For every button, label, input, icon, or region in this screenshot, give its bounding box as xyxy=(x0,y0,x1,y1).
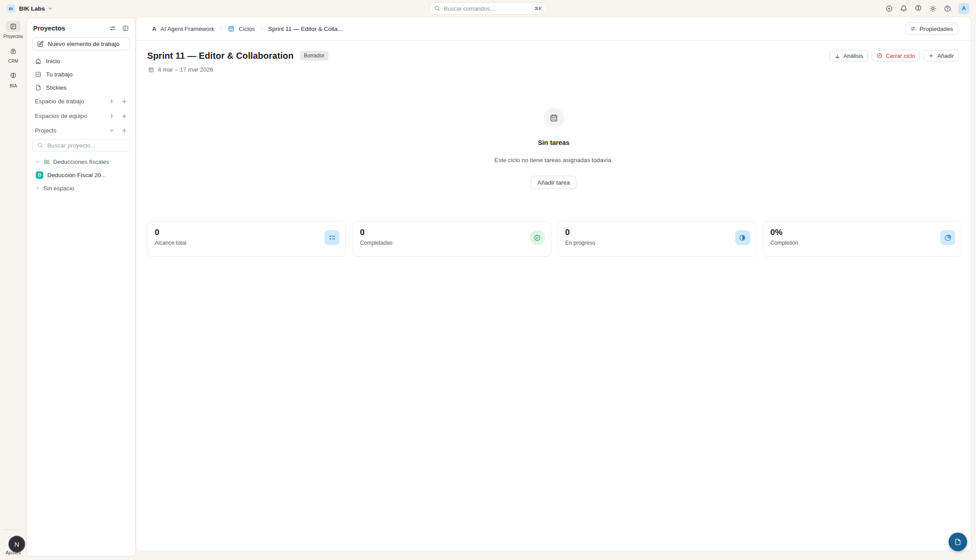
sliders-icon xyxy=(910,26,916,32)
project-group-deducciones[interactable]: Deducciones fiscales xyxy=(32,155,130,168)
command-search[interactable]: ⌘K xyxy=(429,2,547,15)
breadcrumb-project-logo[interactable]: A xyxy=(152,26,156,32)
project-search-input[interactable] xyxy=(47,142,125,149)
stat-card-completadas: 0 Completadas xyxy=(352,221,551,257)
rail-item-proyectos[interactable]: Proyectos xyxy=(4,21,23,39)
breadcrumb: A AI Agent Framework Ciclos Sprint 11 — … xyxy=(136,17,971,40)
close-cycle-button[interactable]: Cerrar ciclo xyxy=(872,50,920,61)
calendar-icon xyxy=(549,114,558,122)
breadcrumb-project[interactable]: AI Agent Framework xyxy=(160,26,214,32)
document-icon xyxy=(954,538,962,546)
notifications-bell-icon[interactable] xyxy=(900,5,907,12)
project-search[interactable] xyxy=(32,139,130,151)
money-icon xyxy=(43,159,50,165)
sidebar-header: Proyectos xyxy=(32,22,130,34)
rail-divider xyxy=(4,530,23,530)
pie-chart-icon xyxy=(944,234,952,242)
collapse-panel-icon[interactable] xyxy=(122,25,129,32)
sidebar-item-tu-trabajo[interactable]: Tu trabajo xyxy=(32,68,130,81)
sidebar-item-stickies[interactable]: Stickies xyxy=(32,81,130,94)
bia-brain-icon[interactable] xyxy=(915,5,922,12)
chevron-right-icon[interactable] xyxy=(109,113,114,119)
plus-icon xyxy=(928,53,934,59)
user-menu-bubble[interactable]: N xyxy=(8,536,25,552)
check-circle-icon xyxy=(534,234,541,242)
calendar-icon xyxy=(148,67,154,73)
cycle-title: Sprint 11 — Editor & Collaboration xyxy=(147,51,294,61)
section-espacio-de-trabajo[interactable]: Espacio de trabajo xyxy=(32,94,130,109)
new-work-item-button[interactable]: Nuevo elemento de trabajo xyxy=(32,37,130,50)
search-icon xyxy=(434,5,440,11)
command-search-input[interactable] xyxy=(444,5,528,12)
add-icon[interactable] xyxy=(121,113,127,119)
empty-state-calendar-badge xyxy=(544,108,564,128)
stat-card-completion: 0% Completión xyxy=(763,221,961,257)
half-circle-icon xyxy=(739,234,746,242)
user-avatar[interactable]: A xyxy=(958,3,969,14)
chevron-down-icon[interactable] xyxy=(47,6,53,11)
x-circle-icon xyxy=(877,53,883,59)
empty-state-title: Sin tareas xyxy=(136,139,971,146)
add-button[interactable]: Añadir xyxy=(923,50,959,61)
sidebar-title: Proyectos xyxy=(33,24,109,32)
cycle-date-range: 4 mar – 17 mar 2026 xyxy=(136,61,971,73)
add-task-button[interactable]: Añadir tarea xyxy=(531,176,577,189)
project-badge: D xyxy=(36,171,43,179)
chevron-right-icon xyxy=(259,26,264,31)
checklist-icon xyxy=(328,234,336,242)
stat-card-en-progreso: 0 En progreso xyxy=(558,221,756,257)
breadcrumb-cycles[interactable]: Ciclos xyxy=(239,26,255,32)
rail-item-bia[interactable]: BIA xyxy=(6,70,20,88)
cycle-title-row: Sprint 11 — Editor & Collaboration Borra… xyxy=(136,41,971,61)
sidebar-item-inicio[interactable]: Inicio xyxy=(32,54,130,68)
section-espacios-de-equipo[interactable]: Espacios de equipo xyxy=(32,109,130,123)
kanban-icon xyxy=(10,23,17,30)
status-badge: Borrador xyxy=(300,51,328,61)
plus-circle-icon[interactable] xyxy=(885,5,893,12)
check-square-icon xyxy=(35,71,42,78)
project-group-sin-espacio[interactable]: Sin espacio xyxy=(32,182,130,195)
empty-state: Sin tareas Este ciclo no tiene tareas as… xyxy=(136,108,971,189)
help-icon[interactable] xyxy=(944,5,951,12)
chevron-right-icon[interactable] xyxy=(109,98,114,104)
section-projects[interactable]: Projects xyxy=(32,123,130,138)
rail-item-crm[interactable]: CRM xyxy=(6,45,20,64)
project-item-deduccion-fiscal[interactable]: D Deducción Fiscal 20... xyxy=(32,168,130,182)
brain-icon xyxy=(10,72,17,79)
chevron-right-icon xyxy=(218,26,224,31)
crm-icon xyxy=(10,48,17,55)
app-rail: Proyectos CRM BIA Ajustes N xyxy=(0,17,27,560)
chevron-down-icon[interactable] xyxy=(109,128,114,133)
chevron-right-icon[interactable] xyxy=(35,185,40,191)
workspace-name[interactable]: BIK Labs xyxy=(19,5,45,12)
edit-icon xyxy=(37,41,44,47)
settings-gear-icon[interactable] xyxy=(929,5,937,12)
workspace-logo[interactable]: BI xyxy=(7,4,15,13)
filter-sliders-icon[interactable] xyxy=(109,25,116,32)
pages-fab-button[interactable] xyxy=(949,533,967,551)
chevron-down-icon[interactable] xyxy=(35,159,40,164)
home-icon xyxy=(35,58,42,64)
top-bar: BI BIK Labs ⌘K A xyxy=(0,0,976,17)
cycle-stats: 0 Alcance total 0 Completadas 0 En progr… xyxy=(147,221,961,257)
bar-chart-icon xyxy=(835,53,840,59)
analysis-button[interactable]: Análisis xyxy=(830,50,868,61)
projects-sidebar: Proyectos Nuevo elemento de trabajo Inic… xyxy=(27,18,136,556)
search-shortcut-badge: ⌘K xyxy=(532,4,545,13)
topbar-actions: A xyxy=(885,3,969,14)
add-icon[interactable] xyxy=(121,98,127,105)
add-project-icon[interactable] xyxy=(121,128,127,134)
search-icon xyxy=(37,142,43,148)
breadcrumb-current: Sprint 11 — Editor & Colla... xyxy=(268,26,343,32)
properties-button[interactable]: Propiedades xyxy=(905,23,958,35)
note-icon xyxy=(35,84,42,91)
empty-state-description: Este ciclo no tiene tareas asignadas tod… xyxy=(136,157,971,163)
main-panel: A AI Agent Framework Ciclos Sprint 11 — … xyxy=(136,17,972,551)
cycles-calendar-icon xyxy=(228,25,235,32)
stat-card-alcance-total: 0 Alcance total xyxy=(147,221,346,257)
